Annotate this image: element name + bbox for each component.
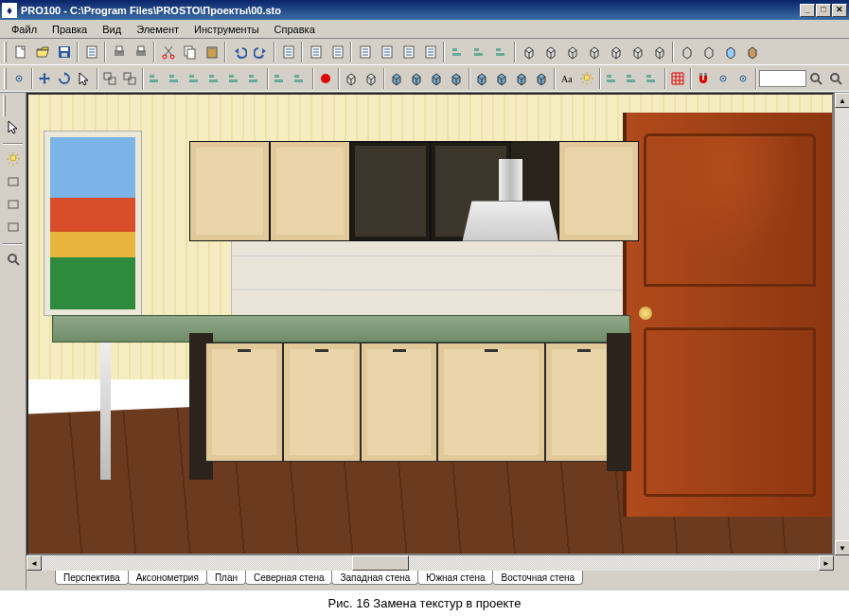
light-icon[interactable] bbox=[577, 68, 597, 89]
dim-h-icon[interactable] bbox=[603, 68, 623, 89]
menu-элемент[interactable]: Элемент bbox=[129, 22, 186, 37]
toolbar-grip[interactable] bbox=[4, 68, 7, 89]
zoom-in-icon[interactable] bbox=[826, 68, 846, 89]
cut-icon[interactable] bbox=[157, 42, 179, 62]
cursor-icon[interactable] bbox=[2, 116, 24, 137]
face3-icon[interactable] bbox=[427, 68, 447, 89]
view-back-icon[interactable] bbox=[539, 42, 561, 62]
align-right-icon[interactable] bbox=[490, 42, 512, 62]
move-icon[interactable] bbox=[35, 68, 55, 89]
tab-0[interactable]: Перспектива bbox=[55, 571, 129, 585]
tab-3[interactable]: Северная стена bbox=[245, 571, 333, 585]
box2-icon[interactable] bbox=[362, 68, 381, 89]
tab-1[interactable]: Аксонометрия bbox=[128, 571, 207, 585]
grid-red-icon[interactable] bbox=[668, 68, 688, 89]
toolbar-grip[interactable] bbox=[4, 42, 7, 62]
pricelist-icon[interactable] bbox=[376, 42, 398, 62]
library-icon[interactable] bbox=[80, 42, 102, 62]
align-hc-icon[interactable] bbox=[225, 68, 245, 89]
menu-правка[interactable]: Правка bbox=[44, 22, 95, 37]
select-icon[interactable] bbox=[75, 68, 95, 89]
align-vc-icon[interactable] bbox=[245, 68, 265, 89]
align-t-icon[interactable] bbox=[146, 68, 166, 89]
menu-вид[interactable]: Вид bbox=[95, 22, 129, 37]
zoom-out-icon[interactable] bbox=[806, 68, 826, 89]
text-aa-icon[interactable]: Aa bbox=[557, 68, 577, 89]
scroll-h-thumb[interactable] bbox=[352, 555, 409, 571]
tab-6[interactable]: Восточная стена bbox=[492, 571, 583, 585]
rotate-icon[interactable] bbox=[55, 68, 75, 89]
undo-icon[interactable] bbox=[228, 42, 250, 62]
snap-pt-icon[interactable] bbox=[714, 68, 734, 89]
align-center-icon[interactable] bbox=[469, 42, 490, 62]
redo-icon[interactable] bbox=[250, 42, 272, 62]
box1-icon[interactable] bbox=[342, 68, 362, 89]
tab-4[interactable]: Западная стена bbox=[331, 571, 418, 585]
cost-icon[interactable] bbox=[419, 42, 441, 62]
hidden-line-icon[interactable] bbox=[698, 42, 719, 62]
properties-icon[interactable] bbox=[277, 42, 299, 62]
face6-icon[interactable] bbox=[492, 68, 512, 89]
view-axo-icon[interactable] bbox=[648, 42, 670, 62]
close-button[interactable]: ✕ bbox=[832, 4, 847, 17]
scrollbar-horizontal[interactable]: ◄ ► bbox=[27, 555, 834, 571]
materials-icon[interactable] bbox=[327, 42, 348, 62]
distribute-h-icon[interactable] bbox=[271, 68, 291, 89]
light-tool-icon[interactable] bbox=[2, 149, 24, 169]
snap-grid-icon[interactable] bbox=[9, 68, 29, 89]
scroll-v-track[interactable] bbox=[835, 108, 849, 540]
tab-2[interactable]: План bbox=[206, 571, 246, 585]
scroll-h-track[interactable] bbox=[42, 555, 819, 571]
viewport-3d[interactable] bbox=[27, 93, 834, 555]
scroll-left-button[interactable]: ◄ bbox=[27, 555, 42, 571]
toolbar-grip[interactable] bbox=[3, 96, 6, 116]
align-left-icon[interactable] bbox=[447, 42, 469, 62]
print-icon[interactable] bbox=[108, 42, 130, 62]
snap-ed-icon[interactable] bbox=[734, 68, 753, 89]
tab-5[interactable]: Южная стена bbox=[417, 571, 493, 585]
shape-tool-icon[interactable] bbox=[2, 194, 24, 215]
view-top-icon[interactable] bbox=[605, 42, 627, 62]
wireframe-icon[interactable] bbox=[676, 42, 698, 62]
panel-tool-icon[interactable] bbox=[2, 171, 24, 192]
spec-icon[interactable] bbox=[398, 42, 419, 62]
align-r-icon[interactable] bbox=[205, 68, 225, 89]
face8-icon[interactable] bbox=[532, 68, 552, 89]
report-icon[interactable] bbox=[354, 42, 376, 62]
face5-icon[interactable] bbox=[472, 68, 492, 89]
dim-g-icon[interactable] bbox=[643, 68, 663, 89]
textured-icon[interactable] bbox=[741, 42, 763, 62]
face2-icon[interactable] bbox=[407, 68, 427, 89]
scroll-up-button[interactable]: ▲ bbox=[835, 93, 849, 108]
maximize-button[interactable]: □ bbox=[816, 4, 831, 17]
extrude-tool-icon[interactable] bbox=[2, 217, 24, 238]
copy-icon[interactable] bbox=[179, 42, 201, 62]
catalog-icon[interactable] bbox=[305, 42, 327, 62]
scroll-right-button[interactable]: ► bbox=[819, 555, 834, 571]
ungroup-icon[interactable] bbox=[120, 68, 140, 89]
shaded-icon[interactable] bbox=[719, 42, 741, 62]
scroll-down-button[interactable]: ▼ bbox=[835, 540, 849, 555]
zoom-tool-icon[interactable] bbox=[2, 249, 24, 270]
menu-инструменты[interactable]: Инструменты bbox=[186, 22, 267, 37]
face1-icon[interactable] bbox=[387, 68, 407, 89]
new-file-icon[interactable] bbox=[9, 42, 31, 62]
save-file-icon[interactable] bbox=[53, 42, 75, 62]
view-bottom-icon[interactable] bbox=[627, 42, 648, 62]
menu-файл[interactable]: Файл bbox=[4, 22, 44, 37]
print-preview-icon[interactable] bbox=[130, 42, 151, 62]
view-left-icon[interactable] bbox=[561, 42, 583, 62]
face7-icon[interactable] bbox=[512, 68, 532, 89]
magnet-icon[interactable] bbox=[694, 68, 714, 89]
menu-справка[interactable]: Справка bbox=[267, 22, 323, 37]
layer-red-icon[interactable] bbox=[316, 68, 336, 89]
align-l-icon[interactable] bbox=[186, 68, 205, 89]
open-file-icon[interactable] bbox=[31, 42, 53, 62]
zoom-input[interactable] bbox=[759, 70, 806, 87]
group-icon[interactable] bbox=[100, 68, 120, 89]
face4-icon[interactable] bbox=[447, 68, 467, 89]
align-b-icon[interactable] bbox=[166, 68, 186, 89]
view-front-icon[interactable] bbox=[518, 42, 539, 62]
scrollbar-vertical[interactable]: ▲ ▼ bbox=[834, 93, 849, 555]
view-right-icon[interactable] bbox=[583, 42, 605, 62]
